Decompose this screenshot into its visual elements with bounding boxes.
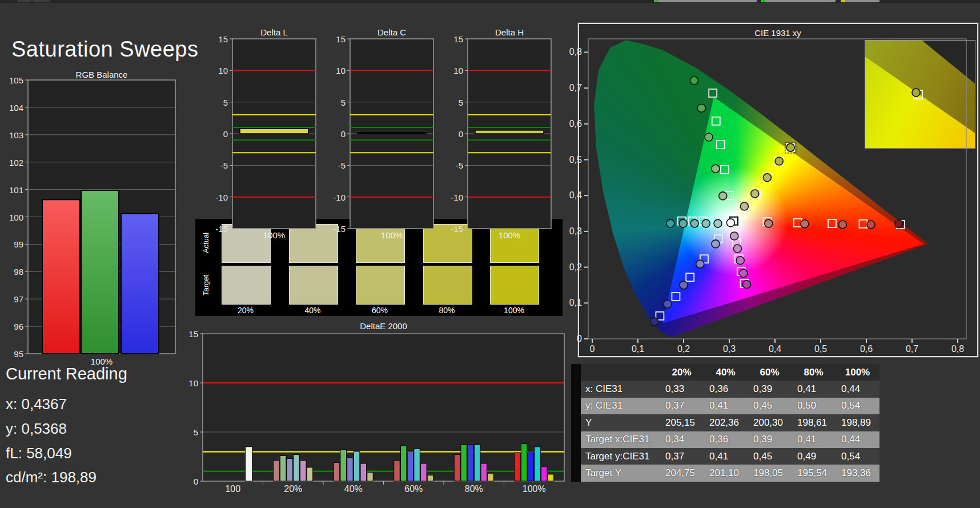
delta-y-tick: -15 <box>215 224 228 234</box>
delta-h-bar <box>475 130 544 134</box>
top-tab-accent-yellow <box>841 0 845 2</box>
deltae-bar <box>407 451 413 481</box>
cie-y-tick: 0,5 <box>569 155 582 165</box>
deltae-y-tick: 15 <box>188 329 198 339</box>
deltae-bar <box>541 466 548 481</box>
rgb-y-tick: 96 <box>14 322 23 331</box>
cie-x-tick: 0,6 <box>860 344 873 354</box>
deltae-y-tick: 5 <box>194 427 198 437</box>
deltae-bar <box>515 453 521 481</box>
delta-y-tick: -10 <box>333 192 346 202</box>
reading-y-label: y: <box>6 420 17 437</box>
table-row-label: Target y:CIE31 <box>581 448 660 465</box>
top-tab-fragment[interactable] <box>654 0 757 2</box>
top-tab-fragment[interactable] <box>761 0 836 2</box>
table-cell: 0,45 <box>748 398 792 414</box>
delta-l-bar <box>240 129 308 134</box>
cie-x-tick: 0,2 <box>677 344 690 354</box>
delta-y-tick: -10 <box>451 192 463 202</box>
table-cell: 198,89 <box>836 414 879 431</box>
deltae-bar <box>367 473 373 481</box>
table-cell: 0,49 <box>792 448 836 465</box>
reading-y-value: 0,5368 <box>21 420 67 437</box>
delta-y-tick: 10 <box>218 66 228 75</box>
reading-cdm2-value: 198,89 <box>51 469 97 486</box>
table-cell: 202,36 <box>704 414 748 431</box>
table-cell: 198,05 <box>748 465 792 481</box>
deltae-bar <box>548 474 554 481</box>
swatch-level-label: 20% <box>238 306 254 315</box>
deltae-x-label: 100% <box>523 484 546 494</box>
deltae-bar <box>421 463 427 481</box>
top-tab-fragment[interactable] <box>17 0 31 2</box>
delta-y-tick: -15 <box>333 224 346 234</box>
table-header-cell: 100% <box>836 364 879 381</box>
cie-x-tick: 0,1 <box>632 344 644 354</box>
rgb-y-tick: 101 <box>9 185 23 194</box>
cie-x-tick: 0 <box>590 344 595 354</box>
rgb-y-tick: 102 <box>9 157 23 167</box>
table-cell: 0,41 <box>792 431 836 448</box>
table-cell: 204,75 <box>660 465 704 481</box>
delta-y-tick: 10 <box>336 66 346 75</box>
deltae-bar <box>400 446 407 481</box>
page-title: Saturation Sweeps <box>11 37 198 62</box>
deltae-x-label: 80% <box>465 484 483 494</box>
current-reading-y: y: 0,5368 <box>6 420 67 438</box>
deltae-bar <box>535 447 541 481</box>
table-header-cell <box>581 364 660 381</box>
rgb-y-tick: 105 <box>9 75 23 85</box>
table-cell: 0,36 <box>704 431 748 448</box>
deltae-x-label: 20% <box>284 484 302 494</box>
table-cell: 0,37 <box>660 448 704 465</box>
delta-y-tick: 0 <box>223 129 228 139</box>
table-cell: 0,41 <box>704 448 748 465</box>
swatch-level-label: 80% <box>439 306 455 315</box>
rgb-y-tick: 95 <box>14 349 23 359</box>
table-cell: 0,44 <box>836 431 879 448</box>
cie-x-tick: 0,8 <box>951 344 964 354</box>
delta-y-tick: 15 <box>218 34 228 44</box>
table-cell: 0,41 <box>704 398 748 414</box>
rgb-balance-bar-blue <box>121 214 159 354</box>
top-tab-accent-green <box>762 0 765 2</box>
delta-y-tick: 15 <box>453 34 463 44</box>
deltae-bar <box>528 451 534 481</box>
table-cell: 0,41 <box>792 381 836 397</box>
cie-x-tick: 0,3 <box>723 344 736 354</box>
delta-y-tick: -15 <box>451 224 463 234</box>
table-row-marker <box>571 448 581 465</box>
deltae-bar <box>307 467 313 481</box>
delta-h-title: Delta H <box>468 27 551 37</box>
table-cell: 0,39 <box>748 381 792 397</box>
top-tab-fragment[interactable] <box>841 0 879 2</box>
table-corner <box>571 364 581 381</box>
current-reading-x: x: 0,4367 <box>6 395 67 413</box>
deltae-x-label: 100 <box>225 484 240 494</box>
cie-y-tick: 0,3 <box>569 226 582 237</box>
deltae-bar <box>347 458 354 481</box>
reading-fl-label: fL: <box>6 445 22 462</box>
deltae-bar <box>334 462 340 481</box>
delta-y-tick: 10 <box>453 66 463 75</box>
table-cell: 200,30 <box>748 414 792 431</box>
deltae2000-title: DeltaE 2000 <box>203 321 564 331</box>
rgb-y-tick: 97 <box>14 294 23 304</box>
table-cell: 195,54 <box>792 465 836 481</box>
deltae-bar <box>294 455 300 481</box>
deltae-y-tick: 0 <box>194 477 198 486</box>
swatch-level-label: 60% <box>372 306 388 315</box>
table-cell: 0,34 <box>660 431 704 448</box>
rgb-y-tick: 98 <box>14 267 23 277</box>
deltae-bar <box>354 451 360 481</box>
table-row-label: Target Y <box>581 465 660 481</box>
deltae-bar <box>394 461 400 481</box>
current-reading-title: Current Reading <box>6 365 127 383</box>
table-row-marker <box>571 431 581 448</box>
deltae-y-tick: 10 <box>188 378 198 388</box>
top-tab-fragment[interactable] <box>33 0 50 2</box>
cie-y-tick: 0,2 <box>569 262 582 273</box>
table-row-marker <box>571 414 581 431</box>
rgb-y-tick: 104 <box>9 102 23 112</box>
delta-y-tick: -5 <box>220 161 228 170</box>
